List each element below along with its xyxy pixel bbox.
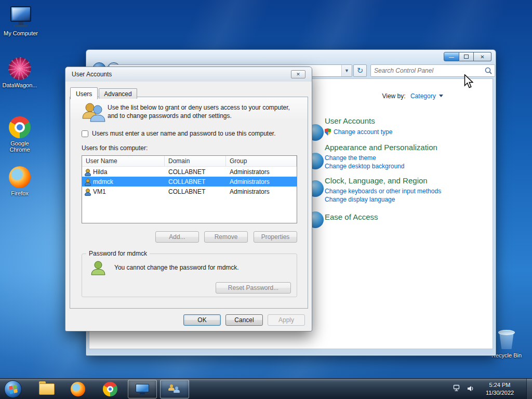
user-accounts-icon bbox=[167, 383, 182, 395]
column-header-user-name[interactable]: User Name bbox=[82, 156, 165, 166]
taskbar-explorer-button[interactable] bbox=[32, 380, 61, 398]
task-link[interactable]: Change desktop background bbox=[325, 163, 501, 170]
search-icon bbox=[485, 67, 492, 74]
search-input[interactable] bbox=[372, 67, 485, 74]
tab-advanced[interactable]: Advanced bbox=[99, 88, 137, 99]
taskbar-firefox-button[interactable] bbox=[63, 380, 92, 398]
taskbar-chrome-button[interactable] bbox=[96, 380, 125, 398]
dialog-close-button[interactable]: ✕ bbox=[291, 70, 305, 78]
clock-time: 5:24 PM bbox=[481, 381, 519, 389]
apply-button[interactable]: Apply bbox=[268, 314, 305, 326]
system-tray: 5:24 PM 11/30/2022 bbox=[453, 379, 532, 399]
column-header-domain[interactable]: Domain bbox=[165, 156, 226, 166]
dialog-title-bar[interactable]: User Accounts ✕ bbox=[65, 67, 312, 82]
remove-button[interactable]: Remove bbox=[204, 231, 248, 243]
dialog-tabs: Users Advanced bbox=[70, 87, 138, 99]
datawagon-icon bbox=[8, 57, 31, 80]
volume-tray-icon[interactable] bbox=[467, 384, 474, 394]
section-ease-of-access: Ease of Access bbox=[325, 212, 501, 221]
user-icon bbox=[84, 188, 91, 195]
address-dropdown-icon[interactable]: ▼ bbox=[341, 65, 352, 76]
password-group-title: Password for mdmck bbox=[86, 250, 150, 257]
dialog-intro-text: Use the list below to grant or deny user… bbox=[108, 103, 299, 120]
my-computer-icon bbox=[9, 6, 33, 28]
users-list: User Name Domain Group Hilda COLLABNET A… bbox=[82, 155, 297, 223]
task-link[interactable]: Change the theme bbox=[325, 154, 501, 162]
table-row[interactable]: Hilda COLLABNET Administrators bbox=[82, 167, 297, 177]
task-link[interactable]: Change display language bbox=[325, 196, 501, 203]
folder-icon bbox=[39, 383, 55, 395]
section-appearance: Appearance and Personalization Change th… bbox=[325, 143, 501, 170]
require-password-row[interactable]: Users must enter a user name and passwor… bbox=[82, 130, 276, 137]
user-icon bbox=[84, 178, 91, 185]
view-by-control: View by: Category bbox=[382, 92, 443, 100]
desktop-icon-label: Google Chrome bbox=[4, 140, 35, 153]
add-button[interactable]: Add... bbox=[155, 231, 199, 243]
taskbar-user-accounts-button[interactable] bbox=[160, 380, 189, 398]
password-note: You cannot change the password for mdmck… bbox=[114, 264, 239, 271]
task-link[interactable]: Change keyboards or other input methods bbox=[325, 188, 501, 195]
refresh-button[interactable]: ↻ bbox=[353, 64, 367, 77]
desktop-icon-label: DataWagon... bbox=[0, 82, 39, 88]
column-header-group[interactable]: Group bbox=[226, 156, 297, 166]
desktop-icon-google-chrome[interactable]: Google Chrome bbox=[0, 116, 39, 153]
chrome-icon bbox=[9, 116, 31, 138]
window-caption-buttons: — ✕ bbox=[444, 52, 491, 61]
table-row-selected[interactable]: mdmck COLLABNET Administrators bbox=[82, 177, 297, 187]
users-group-icon bbox=[82, 102, 105, 125]
taskbar: 5:24 PM 11/30/2022 bbox=[0, 378, 532, 399]
section-user-accounts: User Accounts Change account type bbox=[325, 116, 501, 136]
password-group-box: Password for mdmck You cannot change the… bbox=[82, 254, 297, 297]
category-title[interactable]: User Accounts bbox=[325, 116, 501, 125]
ok-button[interactable]: OK bbox=[183, 314, 221, 326]
users-list-caption: Users for this computer: bbox=[82, 144, 148, 152]
table-row[interactable]: VM1 COLLABNET Administrators bbox=[82, 187, 297, 196]
desktop: My Computer DataWagon... Google Chrome F… bbox=[0, 0, 532, 399]
desktop-icon-my-computer[interactable]: My Computer bbox=[1, 6, 41, 36]
section-clock-language: Clock, Language, and Region Change keybo… bbox=[325, 176, 501, 203]
view-by-value[interactable]: Category bbox=[410, 92, 436, 100]
firefox-icon bbox=[71, 382, 85, 396]
clock-date: 11/30/2022 bbox=[481, 389, 519, 397]
users-list-header: User Name Domain Group bbox=[82, 156, 297, 167]
category-list: User Accounts Change account type Appear… bbox=[325, 115, 501, 221]
require-password-checkbox[interactable] bbox=[82, 130, 88, 137]
chrome-icon bbox=[103, 382, 117, 396]
view-by-label: View by: bbox=[382, 92, 405, 100]
user-accounts-dialog: User Accounts ✕ Users Advanced Use the l… bbox=[65, 66, 312, 331]
taskbar-clock[interactable]: 5:24 PM 11/30/2022 bbox=[481, 381, 519, 397]
close-button[interactable]: ✕ bbox=[474, 52, 491, 61]
category-title[interactable]: Appearance and Personalization bbox=[325, 143, 501, 152]
minimize-button[interactable]: — bbox=[444, 52, 459, 61]
taskbar-control-panel-button[interactable] bbox=[128, 380, 157, 398]
recycle-bin-icon bbox=[498, 328, 515, 350]
properties-button[interactable]: Properties bbox=[254, 231, 297, 243]
uac-shield-icon bbox=[325, 128, 331, 136]
control-panel-icon bbox=[136, 384, 149, 394]
category-title[interactable]: Clock, Language, and Region bbox=[325, 176, 501, 185]
task-link[interactable]: Change account type bbox=[325, 128, 501, 136]
windows-flag-icon bbox=[9, 384, 18, 394]
dialog-title: User Accounts bbox=[72, 71, 112, 78]
desktop-icon-firefox[interactable]: Firefox bbox=[0, 166, 39, 196]
tab-users[interactable]: Users bbox=[70, 87, 98, 99]
start-button[interactable] bbox=[4, 380, 22, 398]
users-tab-page: Use the list below to grant or deny user… bbox=[70, 97, 308, 309]
maximize-button[interactable] bbox=[459, 52, 474, 61]
require-password-label: Users must enter a user name and passwor… bbox=[92, 130, 276, 137]
desktop-icon-datawagon[interactable]: DataWagon... bbox=[0, 57, 39, 88]
cancel-button[interactable]: Cancel bbox=[225, 314, 263, 326]
network-tray-icon[interactable] bbox=[453, 384, 461, 394]
firefox-icon bbox=[9, 166, 31, 188]
desktop-icon-label: My Computer bbox=[1, 30, 41, 36]
search-box bbox=[370, 64, 495, 77]
chevron-down-icon bbox=[439, 95, 443, 97]
show-desktop-button[interactable] bbox=[526, 379, 532, 399]
user-icon bbox=[84, 168, 91, 176]
category-title[interactable]: Ease of Access bbox=[325, 212, 501, 221]
reset-password-button[interactable]: Reset Password... bbox=[216, 282, 291, 294]
desktop-icon-label: Firefox bbox=[0, 190, 39, 196]
single-user-icon bbox=[90, 260, 107, 277]
